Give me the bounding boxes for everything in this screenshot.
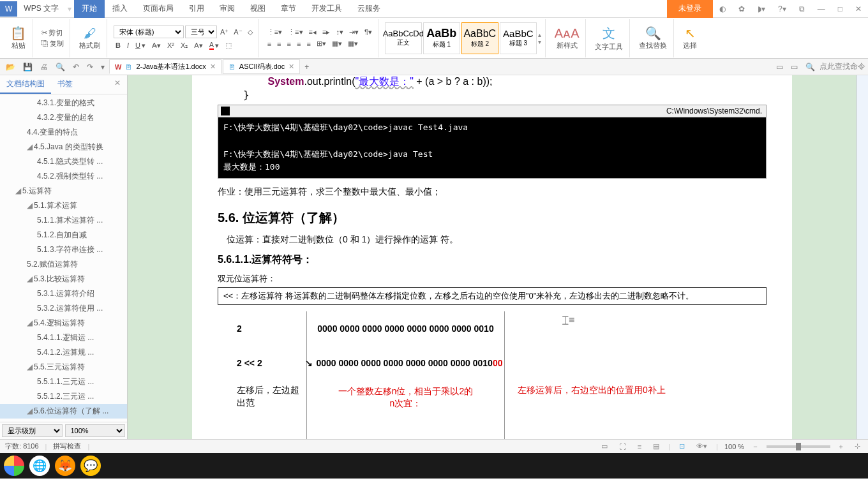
doc-tab-2[interactable]: 🖹 ASCII码表.doc ✕ (223, 59, 301, 74)
outline-item[interactable]: 5.4.1.1.逻辑运 ... (0, 330, 127, 345)
outline-item[interactable]: 5.2.赋值运算符 (0, 257, 127, 272)
view-print-icon[interactable]: ▭ (599, 442, 610, 450)
view-fullscreen-icon[interactable]: ⛶ (617, 443, 629, 450)
view-web-icon[interactable]: ▤ (650, 442, 662, 450)
view-outline-icon[interactable]: ≡ (635, 443, 644, 450)
sidebar-tab-bookmarks[interactable]: 书签 (51, 75, 79, 94)
align-right-button[interactable]: ≡ (285, 39, 293, 48)
new-tab-button[interactable]: + (301, 61, 312, 73)
paste-button[interactable]: 📋粘贴 (8, 24, 29, 52)
style-heading3[interactable]: AaBbC标题 3 (500, 22, 537, 54)
skin-icon[interactable]: ◐ (713, 1, 732, 17)
outline-item[interactable]: 5.1.1.算术运算符 ... (0, 213, 127, 228)
close-tab-icon[interactable]: ✕ (288, 63, 294, 71)
outline-item[interactable]: 5.5.1.2.三元运 ... (0, 389, 127, 404)
font-size-select[interactable]: 三号 (185, 26, 217, 38)
font-color-button[interactable]: A▾ (207, 40, 221, 50)
word-count[interactable]: 字数: 8106 (5, 442, 39, 451)
zoom-in-button[interactable]: + (837, 443, 846, 450)
outline-item[interactable]: 4.3.2.变量的起名 (0, 110, 127, 125)
sidebar-tab-outline[interactable]: 文档结构图 (0, 75, 51, 94)
tab-button[interactable]: ⇥▾ (347, 27, 361, 37)
right-sidebar[interactable] (857, 75, 868, 439)
menu-insert[interactable]: 插入 (105, 0, 135, 18)
taskbar-chrome[interactable]: 🌐 (29, 456, 50, 476)
menu-layout[interactable]: 页面布局 (135, 0, 181, 18)
menu-cloud[interactable]: 云服务 (350, 0, 388, 18)
outline-item[interactable]: ◢5.4.逻辑运算符 (0, 316, 127, 330)
strike-button[interactable]: A̶▾ (150, 40, 163, 50)
menu-chapter[interactable]: 章节 (273, 0, 304, 18)
taskbar-app-1[interactable] (4, 456, 24, 476)
save-icon[interactable]: 💾 (20, 61, 36, 73)
outline-item[interactable]: 4.5.1.隐式类型转 ... (0, 154, 127, 169)
qat-dropdown[interactable]: ▾ (98, 61, 108, 73)
restore-icon[interactable]: ⧉ (793, 1, 811, 17)
maximize-button[interactable]: □ (832, 1, 849, 17)
fit-icon[interactable]: ⊹ (852, 442, 863, 450)
settings-icon[interactable]: ✿ (732, 1, 751, 17)
outline-item[interactable]: ◢5.6.位运算符（了解 ... (0, 404, 127, 419)
help-dropdown-icon[interactable]: ◗▾ (751, 1, 772, 17)
reading-icon[interactable]: ⊡ (677, 442, 687, 450)
sidebar-close-icon[interactable]: ✕ (108, 75, 127, 94)
text-tools-button[interactable]: 文文字工具 (592, 24, 625, 53)
outline-item[interactable]: 5.5.1.1.三元运 ... (0, 375, 127, 389)
preview-icon[interactable]: 🔍 (52, 61, 68, 73)
align-dist-button[interactable]: ≡ (304, 39, 312, 48)
find-command-label[interactable]: 点此查找命令 (819, 61, 865, 72)
shading-button[interactable]: ▦▾ (330, 39, 344, 48)
redo-icon[interactable]: ↷ (84, 61, 96, 73)
outline-item[interactable]: 4.4.变量的特点 (0, 125, 127, 140)
outline-item[interactable]: 5.1.2.自加自减 (0, 228, 127, 242)
taskbar-firefox[interactable]: 🦊 (55, 456, 75, 476)
menu-review[interactable]: 审阅 (212, 0, 243, 18)
menu-devtools[interactable]: 开发工具 (304, 0, 350, 18)
outline-item[interactable]: ◢5.1.算术运算 (0, 198, 127, 213)
menu-dropdown-icon[interactable]: ▾ (65, 4, 74, 13)
show-marks-button[interactable]: ¶▾ (363, 27, 374, 37)
eye-icon[interactable]: 👁▾ (694, 442, 710, 450)
borders-button[interactable]: ▦▾ (346, 39, 360, 48)
align-left-button[interactable]: ≡ (266, 39, 273, 48)
outline-item[interactable]: 4.5.2.强制类型转 ... (0, 169, 127, 184)
question-icon[interactable]: ?▾ (772, 1, 793, 17)
spellcheck-status[interactable]: 拼写检查 (53, 442, 81, 451)
zoom-out-button[interactable]: − (751, 443, 760, 450)
outline-item[interactable]: 5.3.2.运算符使用 ... (0, 301, 127, 316)
outline-level-select[interactable]: 显示级别 (2, 424, 63, 437)
indent-inc-button[interactable]: ≡▸ (320, 27, 332, 37)
tabbar-icon2[interactable]: ▭ (788, 61, 801, 73)
zoom-slider[interactable] (767, 445, 830, 448)
bold-button[interactable]: B (114, 40, 123, 50)
outline-item[interactable]: 4.3.1.变量的格式 (0, 96, 127, 110)
outline-item[interactable]: ◢5.5.三元运算符 (0, 360, 127, 375)
search-icon[interactable]: 🔍 (802, 61, 818, 73)
open-icon[interactable]: 📂 (3, 61, 19, 73)
superscript-button[interactable]: X² (165, 40, 176, 50)
new-style-button[interactable]: АᴀA新样式 (552, 24, 582, 52)
document-area[interactable]: System.out.println("最大数是：" + (a > b ? a … (128, 75, 857, 439)
align-center-button[interactable]: ≡ (275, 39, 283, 48)
outline-item[interactable]: ◢5.运算符 (0, 184, 127, 198)
outline-item[interactable]: ◢5.3.比较运算符 (0, 272, 127, 286)
subscript-button[interactable]: X₂ (179, 40, 190, 50)
indent-dec-button[interactable]: ≡◂ (307, 27, 318, 37)
clear-format-button[interactable]: ◇ (246, 26, 255, 38)
menu-start[interactable]: 开始 (74, 0, 105, 18)
outline-item[interactable]: ◢4.5.Java 的类型转换 (0, 140, 127, 154)
highlight-button[interactable]: A▾ (192, 40, 204, 50)
select-button[interactable]: ↖选择 (680, 24, 700, 52)
grow-font-button[interactable]: A⁺ (218, 26, 230, 38)
find-replace-button[interactable]: 🔍查找替换 (636, 24, 670, 52)
outline-item[interactable]: 5.3.1.运算符介绍 (0, 286, 127, 301)
char-border-button[interactable]: ⬚ (223, 40, 234, 50)
copy-button[interactable]: ⿻ 复制 (40, 38, 66, 49)
outline-item[interactable]: 5.1.3.字符串连接 ... (0, 242, 127, 257)
style-normal[interactable]: AaBbCcDd正文 (385, 22, 422, 54)
underline-button[interactable]: U▾ (133, 40, 147, 50)
format-painter-button[interactable]: 🖌格式刷 (77, 25, 103, 52)
bullets-button[interactable]: ⋮≡▾ (266, 27, 284, 37)
outline-item[interactable]: 5.4.1.2.运算规 ... (0, 345, 127, 360)
menu-view[interactable]: 视图 (243, 0, 273, 18)
